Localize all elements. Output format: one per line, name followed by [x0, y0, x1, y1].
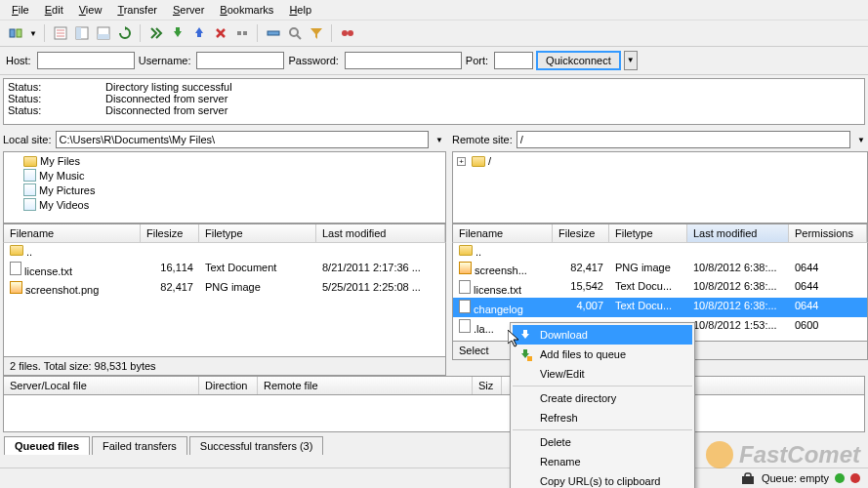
tree-item[interactable]: My Files	[40, 155, 80, 167]
menu-view[interactable]: View	[71, 2, 110, 18]
col-direction[interactable]: Direction	[199, 377, 258, 394]
text-file-icon	[459, 300, 471, 313]
svg-rect-13	[237, 31, 241, 35]
col-permissions[interactable]: Permissions	[789, 224, 867, 242]
file-row[interactable]: license.txt 15,542 Text Docu... 10/8/201…	[453, 278, 867, 298]
local-file-list[interactable]: .. license.txt 16,114 Text Document 8/21…	[3, 242, 446, 357]
file-row[interactable]: ..	[4, 243, 445, 260]
file-modified: 10/8/2012 1:53:...	[687, 318, 789, 336]
port-input[interactable]	[494, 52, 533, 69]
menu-edit[interactable]: Edit	[37, 2, 71, 18]
file-row[interactable]: screenshot.png 82,417 PNG image 5/25/201…	[4, 279, 445, 298]
context-menu: Download Add files to queue View/Edit Cr…	[510, 322, 695, 488]
remote-path-input[interactable]	[517, 131, 850, 148]
upload-icon[interactable]	[189, 23, 209, 43]
remote-tree[interactable]: + /	[452, 151, 868, 224]
dropdown-icon[interactable]: ▼	[27, 23, 39, 43]
file-modified: 10/8/2012 6:38:...	[687, 279, 789, 297]
watermark-text: FastComet	[739, 441, 860, 468]
ctx-add-queue[interactable]: Add files to queue	[513, 345, 692, 364]
file-row[interactable]: license.txt 16,114 Text Document 8/21/20…	[4, 260, 445, 279]
col-modified[interactable]: Last modified	[316, 224, 445, 242]
col-filesize[interactable]: Filesize	[553, 224, 609, 242]
ctx-copy-url[interactable]: Copy URL(s) to clipboard	[513, 471, 692, 488]
local-path-input[interactable]	[56, 131, 429, 148]
col-modified[interactable]: Last modified	[687, 224, 789, 242]
local-file-header: Filename Filesize Filetype Last modified	[3, 224, 446, 242]
col-filetype[interactable]: Filetype	[609, 224, 687, 242]
menu-server[interactable]: Server	[165, 2, 212, 18]
col-filename[interactable]: Filename	[453, 224, 553, 242]
file-name: .la...	[474, 323, 494, 335]
ctx-rename[interactable]: Rename	[513, 452, 692, 471]
cancel-icon[interactable]	[211, 23, 230, 43]
log-message: Directory listing successful	[105, 81, 232, 93]
refresh-icon[interactable]	[115, 23, 135, 43]
password-label: Password:	[288, 55, 338, 66]
username-input[interactable]	[196, 52, 284, 69]
ctx-label: Download	[540, 329, 588, 341]
col-filetype[interactable]: Filetype	[199, 224, 316, 242]
tree-item[interactable]: My Music	[39, 170, 84, 182]
tree-item[interactable]: My Pictures	[39, 184, 95, 196]
col-size[interactable]: Siz	[473, 377, 502, 394]
tab-failed[interactable]: Failed transfers	[92, 436, 187, 455]
search-icon[interactable]	[285, 23, 305, 43]
tab-queued[interactable]: Queued files	[4, 436, 90, 455]
file-type: Text Docu...	[609, 299, 687, 316]
download-icon[interactable]	[168, 23, 187, 43]
expand-icon[interactable]: +	[457, 157, 466, 166]
cursor-icon	[508, 330, 523, 349]
ctx-download[interactable]: Download	[513, 325, 692, 345]
tree-item[interactable]: My Videos	[39, 199, 89, 211]
queue-body[interactable]	[3, 395, 865, 432]
col-filename[interactable]: Filename	[4, 224, 141, 242]
local-pane: Local site: ▼ My Files My Music My Pictu…	[3, 128, 446, 376]
local-path-dropdown[interactable]: ▼	[433, 131, 446, 148]
ctx-create-dir[interactable]: Create directory	[513, 388, 692, 408]
file-icon	[459, 319, 471, 333]
local-site-label: Local site:	[3, 134, 52, 145]
file-row[interactable]: screensh... 82,417 PNG image 10/8/2012 6…	[453, 260, 867, 278]
password-input[interactable]	[345, 52, 462, 69]
ctx-delete[interactable]: Delete	[513, 432, 692, 452]
toggle-log-icon[interactable]	[51, 23, 70, 43]
local-tree[interactable]: My Files My Music My Pictures My Videos	[3, 151, 446, 224]
tree-item[interactable]: /	[488, 155, 491, 167]
message-log[interactable]: Status:Directory listing successful Stat…	[3, 78, 865, 125]
watermark: FastComet	[706, 441, 860, 468]
menu-bookmarks[interactable]: Bookmarks	[212, 2, 281, 18]
site-manager-icon[interactable]	[6, 23, 25, 43]
col-remote-file[interactable]: Remote file	[258, 377, 473, 394]
quickconnect-dropdown[interactable]: ▼	[624, 51, 638, 70]
quickconnect-button[interactable]: Quickconnect	[537, 52, 620, 69]
filter-icon[interactable]	[307, 23, 326, 43]
toggle-queue-icon[interactable]	[94, 23, 113, 43]
ctx-refresh[interactable]: Refresh	[513, 408, 692, 427]
menu-file[interactable]: File	[4, 2, 37, 18]
col-server-file[interactable]: Server/Local file	[4, 377, 199, 394]
process-queue-icon[interactable]	[146, 23, 166, 43]
disconnect-icon[interactable]	[232, 23, 252, 43]
file-type: Text Docu...	[609, 279, 687, 297]
reconnect-icon[interactable]	[264, 23, 283, 43]
port-label: Port:	[466, 55, 488, 66]
file-type: Text Document	[199, 261, 316, 278]
menu-help[interactable]: Help	[281, 2, 319, 18]
compare-icon[interactable]	[338, 23, 357, 43]
menu-transfer[interactable]: Transfer	[109, 2, 165, 18]
file-type: PNG image	[199, 280, 316, 297]
ctx-view-edit[interactable]: View/Edit	[513, 364, 692, 384]
toggle-tree-icon[interactable]	[72, 23, 92, 43]
svg-point-20	[348, 30, 353, 36]
file-size: 82,417	[553, 261, 609, 277]
file-row[interactable]: ..	[453, 243, 867, 260]
col-filesize[interactable]: Filesize	[141, 224, 199, 242]
host-input[interactable]	[37, 52, 135, 69]
file-row-selected[interactable]: changelog 4,007 Text Docu... 10/8/2012 6…	[453, 298, 867, 317]
tab-successful[interactable]: Successful transfers (3)	[189, 436, 324, 455]
file-perm: 0644	[789, 261, 867, 277]
add-queue-icon	[518, 347, 532, 361]
svg-line-17	[297, 35, 301, 39]
remote-path-dropdown[interactable]: ▼	[854, 131, 868, 148]
